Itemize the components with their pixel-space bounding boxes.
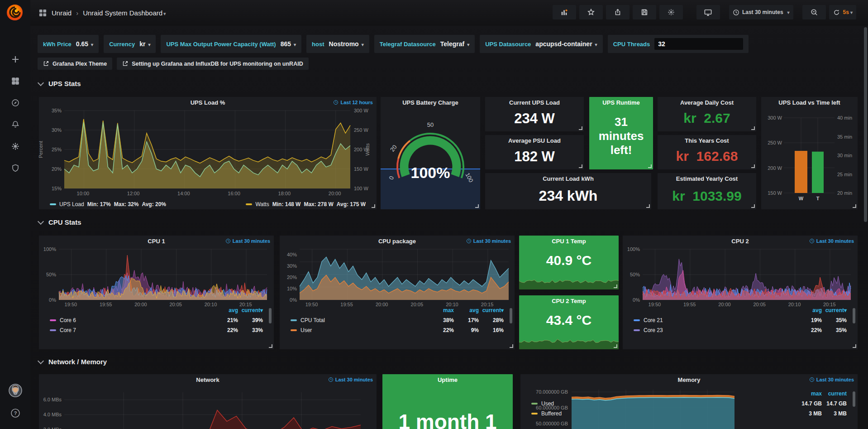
ups-load-chart[interactable]: 15%20%25%30%35%100 W150 W200 W250 W300 W… bbox=[39, 97, 377, 209]
legend-item-watts[interactable]: WattsMin: 148 WMax: 278 WAvg: 175 W bbox=[246, 201, 366, 207]
section-network-memory[interactable]: Network / Memory bbox=[38, 358, 107, 366]
cpu1-chart[interactable]: 0%50%100%19:5019:5520:0020:0520:1020:15c… bbox=[39, 236, 274, 349]
save-button[interactable] bbox=[633, 5, 656, 19]
panel-title[interactable]: Network bbox=[39, 376, 377, 383]
panel-title[interactable]: Current Load kWh bbox=[485, 175, 651, 182]
cpu-threads-input[interactable] bbox=[654, 38, 743, 50]
dashboards-icon[interactable] bbox=[0, 72, 30, 90]
bar-category-label: W bbox=[797, 196, 805, 201]
legend-value: 19% bbox=[795, 317, 822, 323]
legend-series-core-21[interactable]: Core 21 bbox=[634, 317, 663, 323]
panel-title[interactable]: CPU 1 Temp bbox=[519, 238, 619, 245]
legend-header-current[interactable]: current bbox=[820, 390, 847, 397]
server-admin-shield-icon[interactable] bbox=[0, 159, 30, 177]
legend-series-used[interactable]: Used bbox=[531, 400, 554, 407]
time-range-label: Last 30 minutes bbox=[742, 9, 783, 15]
variable-value-dropdown[interactable]: 0.65 bbox=[76, 40, 93, 48]
panel-time-override[interactable]: Last 30 minutes bbox=[466, 238, 511, 244]
legend-series-core-7[interactable]: Core 7 bbox=[50, 327, 76, 333]
panel-time-override[interactable]: Last 12 hours bbox=[333, 100, 373, 105]
legend-scrollbar[interactable] bbox=[853, 391, 855, 407]
dashboard-title[interactable]: Unraid System Dashboard bbox=[83, 9, 166, 17]
y-axis-tick: 15% bbox=[41, 186, 62, 191]
panel-title[interactable]: Uptime bbox=[382, 376, 513, 383]
legend-header-avg[interactable]: avg bbox=[211, 307, 238, 313]
page-scrollbar[interactable] bbox=[864, 27, 867, 222]
variable-value-dropdown[interactable]: apcupsd-container bbox=[535, 40, 597, 48]
grafana-logo-icon[interactable] bbox=[5, 3, 25, 24]
legend-header-avg[interactable]: avg bbox=[795, 307, 822, 313]
cpu2-chart[interactable]: 0%50%100%19:5019:5520:0020:0520:1020:15c… bbox=[623, 236, 858, 349]
panel-title[interactable]: UPS Load % bbox=[39, 99, 377, 106]
panel-time-override[interactable]: Last 30 minutes bbox=[809, 238, 854, 244]
variable-cpu-threads: CPU Threads bbox=[608, 35, 749, 53]
panel-cpu1-temp: CPU 1 Temp 40.9 °C bbox=[519, 236, 619, 289]
chevron-down-icon bbox=[38, 218, 44, 224]
x-axis-tick: 20:15 bbox=[481, 302, 494, 307]
variable-value-dropdown[interactable]: Telegraf bbox=[440, 40, 469, 48]
stat-value: kr 1033.99 bbox=[658, 188, 756, 204]
legend-header-max[interactable]: max bbox=[795, 390, 822, 397]
legend-series-core-6[interactable]: Core 6 bbox=[50, 317, 76, 323]
panel-title[interactable]: UPS Runtime bbox=[589, 99, 653, 106]
link-ups-monitoring-guide[interactable]: Setting up Grafana and InfluxDB for UPS … bbox=[117, 58, 308, 70]
panel-title[interactable]: This Years Cost bbox=[658, 137, 756, 144]
breadcrumb-folder[interactable]: Unraid bbox=[52, 9, 72, 17]
legend-header-max[interactable]: max bbox=[427, 307, 454, 313]
panel-title[interactable]: Estimated Yearly Cost bbox=[658, 175, 756, 182]
legend-series-cpu-total[interactable]: CPU Total bbox=[291, 317, 325, 323]
stat-value: 234 W bbox=[485, 111, 584, 127]
variable-host: host Nostromo bbox=[306, 35, 369, 53]
settings-gear-icon[interactable] bbox=[659, 5, 683, 19]
panel-title[interactable]: Current UPS Load bbox=[485, 99, 584, 106]
panel-time-override[interactable]: Last 30 minutes bbox=[809, 377, 854, 382]
panel-title[interactable]: UPS Load vs Time left bbox=[761, 99, 858, 106]
configuration-gear-icon[interactable] bbox=[0, 138, 30, 155]
legend-series-buffered[interactable]: Buffered bbox=[531, 410, 562, 417]
ups-vs-time-chart: 150 W200 W250 W300 W20 min25 min30 min35… bbox=[761, 97, 858, 209]
y-axis-tick: 40% bbox=[278, 252, 297, 257]
create-icon[interactable] bbox=[0, 51, 30, 68]
legend-header-current[interactable]: current▾ bbox=[477, 307, 504, 313]
variable-value-dropdown[interactable]: 865 bbox=[281, 40, 296, 48]
legend-scrollbar[interactable] bbox=[269, 308, 272, 323]
legend-header-current[interactable]: current▾ bbox=[236, 307, 263, 313]
tv-mode-button[interactable] bbox=[696, 5, 720, 19]
legend-series-user[interactable]: User bbox=[291, 327, 312, 333]
variable-value-dropdown[interactable]: kr bbox=[139, 40, 150, 48]
cpu-package-chart[interactable]: 0%10%20%30%40%19:5019:5520:0020:0520:102… bbox=[280, 236, 515, 349]
panel-time-override[interactable]: Last 30 minutes bbox=[225, 238, 270, 244]
legend-series-core-23[interactable]: Core 23 bbox=[634, 327, 663, 333]
y-axis-tick: 0% bbox=[621, 297, 640, 303]
help-icon[interactable]: ? bbox=[0, 405, 30, 422]
legend-header-avg[interactable]: avg bbox=[452, 307, 479, 313]
user-avatar[interactable] bbox=[0, 382, 30, 399]
legend-swatch bbox=[50, 203, 56, 205]
panel-time-override[interactable]: Last 30 minutes bbox=[328, 377, 373, 382]
legend-scrollbar[interactable] bbox=[510, 308, 512, 323]
panel-title[interactable]: Memory bbox=[520, 376, 858, 383]
legend-header-current[interactable]: current▾ bbox=[820, 307, 847, 313]
panel-title[interactable]: CPU 2 Temp bbox=[519, 298, 619, 304]
panel-title[interactable]: Average Daily Cost bbox=[658, 99, 756, 106]
add-panel-button[interactable] bbox=[553, 5, 576, 19]
link-grafana-plex-theme[interactable]: Grafana Plex Theme bbox=[38, 58, 112, 70]
panel-title[interactable]: UPS Battery Charge bbox=[381, 99, 480, 106]
legend-scrollbar[interactable] bbox=[853, 308, 855, 323]
variable-value-dropdown[interactable]: Nostromo bbox=[329, 40, 364, 48]
panel-title[interactable]: Average PSU Load bbox=[485, 137, 584, 144]
share-button[interactable] bbox=[606, 5, 630, 19]
refresh-interval-label[interactable]: 5s bbox=[843, 9, 853, 15]
star-button[interactable] bbox=[579, 5, 603, 19]
explore-icon[interactable] bbox=[0, 94, 30, 111]
legend-item-ups-load[interactable]: UPS LoadMin: 17%Max: 32%Avg: 20% bbox=[50, 201, 166, 207]
refresh-button[interactable]: 5s bbox=[829, 5, 856, 19]
x-axis-tick: 19:55 bbox=[683, 302, 696, 307]
stat-value: 234 kWh bbox=[485, 188, 651, 204]
zoom-out-button[interactable] bbox=[802, 5, 826, 19]
section-cpu-stats[interactable]: CPU Stats bbox=[38, 218, 81, 226]
time-range-picker[interactable]: Last 30 minutes bbox=[729, 5, 793, 19]
alerting-bell-icon[interactable] bbox=[0, 116, 30, 133]
dashboard-grid-icon[interactable] bbox=[38, 9, 47, 17]
section-ups-stats[interactable]: UPS Stats bbox=[38, 80, 81, 87]
